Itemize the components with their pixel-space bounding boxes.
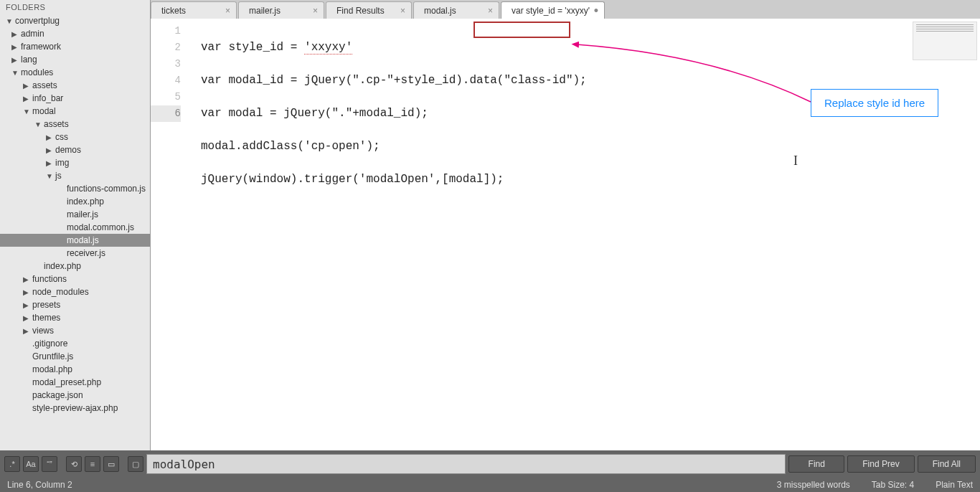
tree-item-label: package.json [32,390,83,400]
tab-mailer-js[interactable]: mailer.js× [238,1,324,19]
tree-item-label: demos [55,145,81,155]
highlight-toggle[interactable]: ▭ [103,456,119,472]
status-spell[interactable]: 3 misspelled words [777,480,850,490]
tree-item-label: lang [21,55,37,65]
whole-word-toggle[interactable]: “” [42,456,57,472]
tree-item-label: modal [32,106,56,116]
tree-item-assets[interactable]: assets [0,118,150,131]
tree-item-demos[interactable]: demos [0,143,150,156]
find-prev-button[interactable]: Find Prev [847,455,914,473]
tree-item-node-modules[interactable]: node_modules [0,285,150,298]
line-number: 1 [151,23,181,39]
context-toggle[interactable]: ▢ [128,456,143,472]
in-selection-toggle[interactable]: ≡ [85,456,100,472]
find-button[interactable]: Find [788,455,844,473]
tree-item-info-bar[interactable]: info_bar [0,92,150,105]
tree-item-admin[interactable]: admin [0,27,150,40]
tree-item-label: info_bar [32,93,63,103]
close-icon[interactable]: × [400,6,405,16]
tree-item-modules[interactable]: modules [0,66,150,79]
chevron-closed-icon [23,95,30,103]
tab-tickets[interactable]: tickets× [151,1,237,19]
tree-item-receiver-js[interactable]: receiver.js [0,247,150,260]
regex-toggle[interactable]: .* [4,456,20,472]
tree-item-gruntfile-js[interactable]: Gruntfile.js [0,350,150,363]
status-syntax[interactable]: Plain Text [936,480,973,490]
code-line-1a: var style_id = [201,41,304,54]
tree-item-modal-js[interactable]: modal.js [0,234,150,247]
tree-item-modal-common-js[interactable]: modal.common.js [0,221,150,234]
tree-item-label: style-preview-ajax.php [32,403,118,413]
tree-item-convertplug[interactable]: convertplug [0,14,150,27]
chevron-closed-icon [11,43,19,51]
code-line-5: jQuery(window).trigger('modalOpen',[moda… [201,171,980,188]
chevron-closed-icon [23,288,30,296]
tree-item-views[interactable]: views [0,324,150,337]
tree-item-functions[interactable]: functions [0,273,150,285]
folder-tree: convertplugadminframeworklangmodulesasse… [0,14,150,415]
tree-item-modal-preset-php[interactable]: modal_preset.php [0,376,150,389]
tree-item-label: img [55,158,69,168]
tree-item-index-php[interactable]: index.php [0,195,150,208]
chevron-closed-icon [11,30,19,38]
editor-area: tickets×mailer.js×Find Results×modal.js×… [151,0,980,450]
close-icon[interactable]: × [225,6,230,16]
find-input[interactable] [146,454,786,474]
tree-item-lang[interactable]: lang [0,53,150,66]
chevron-closed-icon [23,314,30,322]
tab-modal-js[interactable]: modal.js× [413,1,499,19]
tree-item-label: css [55,132,68,142]
tree-item-themes[interactable]: themes [0,311,150,324]
tree-item-framework[interactable]: framework [0,40,150,53]
tree-item-label: functions [32,274,67,284]
status-line-col[interactable]: Line 6, Column 2 [7,480,72,490]
tab-label: modal.js [424,6,456,16]
tree-item-label: modules [21,67,53,77]
tree-item-mailer-js[interactable]: mailer.js [0,208,150,221]
chevron-closed-icon [46,159,53,167]
sidebar: FOLDERS convertplugadminframeworklangmod… [0,0,151,450]
tree-item-label: modal.php [32,364,72,374]
editor[interactable]: 123456 var style_id = 'xxyxy' var modal_… [151,19,980,450]
tree-item-label: index.php [67,197,104,207]
tab-label: var style_id = 'xxyxy' [512,6,590,16]
tree-item-css[interactable]: css [0,131,150,143]
case-toggle[interactable]: Aa [23,456,39,472]
wrap-toggle[interactable]: ⟲ [66,456,82,472]
tree-item-index-php[interactable]: index.php [0,260,150,273]
tree-item-modal[interactable]: modal [0,105,150,118]
status-tab-size[interactable]: Tab Size: 4 [872,480,914,490]
sidebar-header: FOLDERS [0,0,150,14]
tree-item-label: node_modules [32,287,89,297]
status-bar: Line 6, Column 2 3 misspelled words Tab … [0,478,980,492]
tree-item-js[interactable]: js [0,169,150,182]
tree-item-assets[interactable]: assets [0,79,150,92]
line-number: 2 [151,39,181,56]
tree-item-style-preview-ajax-php[interactable]: style-preview-ajax.php [0,402,150,415]
tree-item-label: .gitignore [32,339,67,349]
tree-item-img[interactable]: img [0,156,150,169]
code[interactable]: var style_id = 'xxyxy' var modal_id = jQ… [187,19,980,450]
tree-item-label: Gruntfile.js [32,351,73,361]
chevron-closed-icon [23,82,30,90]
close-icon[interactable]: × [488,6,493,16]
tree-item-functions-common-js[interactable]: functions-common.js [0,182,150,195]
tab-var-style-id-xxyxy-[interactable]: var style_id = 'xxyxy'• [501,1,605,19]
tree-item-modal-php[interactable]: modal.php [0,363,150,376]
find-all-button[interactable]: Find All [918,455,976,473]
tree-item-package-json[interactable]: package.json [0,389,150,402]
chevron-closed-icon [23,327,30,335]
tree-item-label: assets [32,80,57,90]
tab-label: Find Results [336,6,385,16]
tree-item--gitignore[interactable]: .gitignore [0,337,150,350]
tree-item-presets[interactable]: presets [0,298,150,311]
minimap[interactable] [913,22,977,60]
tab-find-results[interactable]: Find Results× [326,1,412,19]
tab-label: mailer.js [249,6,281,16]
tree-item-label: assets [44,119,69,129]
find-bar: .* Aa “” ⟲ ≡ ▭ ▢ Find Find Prev Find All [0,450,980,478]
line-number: 5 [151,89,181,105]
close-icon[interactable]: × [313,6,318,16]
code-line-1b: 'xxyxy' [304,41,352,55]
chevron-open-icon [46,172,53,180]
